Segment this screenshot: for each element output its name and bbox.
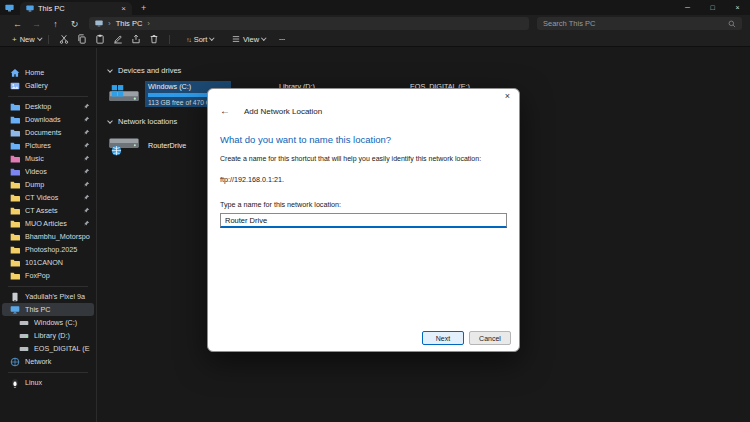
folder-icon bbox=[10, 102, 20, 112]
pin-icon bbox=[83, 142, 90, 149]
next-button[interactable]: Next bbox=[422, 331, 464, 345]
new-button[interactable]: + New bbox=[12, 35, 41, 44]
cut-icon[interactable] bbox=[56, 34, 72, 44]
sidebar-item[interactable]: Photoshop.2025 bbox=[2, 243, 94, 256]
sidebar-item[interactable]: CT Videos bbox=[2, 191, 94, 204]
sidebar-item[interactable]: FoxPop bbox=[2, 269, 94, 282]
sidebar-item[interactable]: Network bbox=[2, 355, 94, 368]
search-input[interactable] bbox=[543, 19, 724, 28]
folder-icon bbox=[10, 258, 20, 268]
forward-button[interactable]: → bbox=[27, 19, 46, 29]
sidebar-item[interactable]: Documents bbox=[2, 126, 94, 139]
sidebar-item[interactable]: Library (D:) bbox=[2, 329, 94, 342]
sidebar-item[interactable]: Pictures bbox=[2, 139, 94, 152]
sidebar-item-label: Gallery bbox=[25, 81, 90, 90]
sidebar-item-label: MUO Articles bbox=[25, 219, 78, 228]
sidebar-item-label: Photoshop.2025 bbox=[25, 245, 90, 254]
paste-icon[interactable] bbox=[92, 34, 108, 44]
tab-close-icon[interactable]: × bbox=[121, 4, 126, 13]
new-tab-button[interactable]: + bbox=[141, 3, 146, 13]
sidebar-item-label: Music bbox=[25, 154, 78, 163]
sidebar-item-label: Documents bbox=[25, 128, 78, 137]
sidebar-item-label: Network bbox=[25, 357, 90, 366]
drive-icon bbox=[19, 344, 29, 354]
more-options-button[interactable]: ··· bbox=[279, 34, 285, 44]
location-name-label: Type a name for this network location: bbox=[220, 200, 507, 209]
dialog-ftp-address: ftp://192.168.0.1:21. bbox=[220, 175, 507, 184]
sidebar-item[interactable]: MUO Articles bbox=[2, 217, 94, 230]
minimize-button[interactable]: ─ bbox=[675, 0, 700, 15]
sidebar-item-label: FoxPop bbox=[25, 271, 90, 280]
sidebar-item-label: EOS_DIGITAL (E:) bbox=[34, 344, 90, 353]
window-close-button[interactable]: × bbox=[725, 0, 750, 15]
dialog-content: What do you want to name this location? … bbox=[208, 122, 519, 228]
sidebar-item[interactable]: This PC bbox=[2, 303, 94, 316]
delete-icon[interactable] bbox=[146, 34, 162, 44]
sidebar-item[interactable]: Bhambhu_Motorsport bbox=[2, 230, 94, 243]
refresh-button[interactable]: ↻ bbox=[65, 19, 84, 29]
plus-icon: + bbox=[12, 35, 17, 44]
chevron-down-icon bbox=[107, 67, 113, 73]
sidebar-item-label: CT Assets bbox=[25, 206, 78, 215]
sidebar-item[interactable]: Music bbox=[2, 152, 94, 165]
sidebar-item[interactable]: CT Assets bbox=[2, 204, 94, 217]
dialog-description: Create a name for this shortcut that wil… bbox=[220, 155, 507, 162]
sidebar-item[interactable]: Dump bbox=[2, 178, 94, 191]
new-label: New bbox=[20, 35, 35, 44]
chevron-down-icon bbox=[210, 36, 215, 41]
location-name-input[interactable] bbox=[220, 213, 507, 228]
chevron-down-icon bbox=[37, 36, 42, 41]
copy-icon[interactable] bbox=[74, 34, 90, 44]
sidebar-item-label: Bhambhu_Motorsport bbox=[25, 232, 90, 241]
up-button[interactable]: ↑ bbox=[46, 19, 65, 29]
dialog-titlebar: × bbox=[208, 89, 519, 104]
sidebar-item[interactable]: 101CANON bbox=[2, 256, 94, 269]
dialog-footer: Next Cancel bbox=[422, 331, 511, 345]
sidebar-item-label: CT Videos bbox=[25, 193, 78, 202]
rename-icon[interactable] bbox=[110, 34, 126, 44]
breadcrumb-this-pc[interactable]: This PC bbox=[116, 19, 143, 28]
breadcrumb[interactable]: › This PC › bbox=[89, 17, 529, 30]
sidebar-item[interactable]: Windows (C:) bbox=[2, 316, 94, 329]
folder-icon bbox=[10, 271, 20, 281]
sidebar-item[interactable] bbox=[2, 92, 94, 100]
penguin-icon bbox=[10, 378, 20, 388]
monitor-icon bbox=[10, 305, 20, 315]
sort-icon: ↑↓ bbox=[186, 36, 191, 43]
section-devices-and-drives[interactable]: Devices and drives bbox=[106, 64, 750, 77]
pin-icon bbox=[83, 155, 90, 162]
sidebar-item[interactable]: Yadullah's Pixel 9a bbox=[2, 290, 94, 303]
tab-monitor-icon bbox=[26, 5, 34, 12]
tab-this-pc[interactable]: This PC × bbox=[20, 2, 132, 15]
sidebar-item[interactable]: Gallery bbox=[2, 79, 94, 92]
dialog-heading: What do you want to name this location? bbox=[220, 134, 507, 145]
search-box[interactable] bbox=[537, 17, 742, 30]
sidebar-item[interactable]: Videos bbox=[2, 165, 94, 178]
sidebar-item[interactable] bbox=[2, 282, 94, 290]
sidebar-item[interactable]: Downloads bbox=[2, 113, 94, 126]
pin-icon bbox=[83, 194, 90, 201]
sidebar-item[interactable]: Linux bbox=[2, 376, 94, 389]
toolbar-divider bbox=[169, 35, 170, 44]
maximize-button[interactable]: □ bbox=[700, 0, 725, 15]
dialog-back-icon[interactable]: ← bbox=[220, 106, 230, 116]
pin-icon bbox=[83, 207, 90, 214]
drive-icon bbox=[19, 331, 29, 341]
share-icon[interactable] bbox=[128, 34, 144, 44]
sidebar-item[interactable]: Home bbox=[2, 66, 94, 79]
view-button[interactable]: View bbox=[232, 35, 266, 44]
pin-icon bbox=[83, 220, 90, 227]
section-title: Network locations bbox=[118, 117, 177, 126]
dialog-close-icon[interactable]: × bbox=[505, 92, 510, 101]
sidebar-list: Home Gallery Desktop bbox=[0, 66, 96, 389]
sort-button[interactable]: ↑↓ Sort bbox=[186, 35, 214, 44]
sidebar-item-label: Pictures bbox=[25, 141, 78, 150]
sidebar-item[interactable] bbox=[2, 368, 94, 376]
window-controls: ─ □ × bbox=[675, 0, 750, 15]
sidebar-item[interactable]: Desktop bbox=[2, 100, 94, 113]
cancel-button[interactable]: Cancel bbox=[469, 331, 511, 345]
sidebar-item[interactable]: EOS_DIGITAL (E:) bbox=[2, 342, 94, 355]
breadcrumb-chevron-icon: › bbox=[147, 19, 150, 28]
back-button[interactable]: ← bbox=[8, 19, 27, 29]
sidebar-item-label: Home bbox=[25, 68, 90, 77]
